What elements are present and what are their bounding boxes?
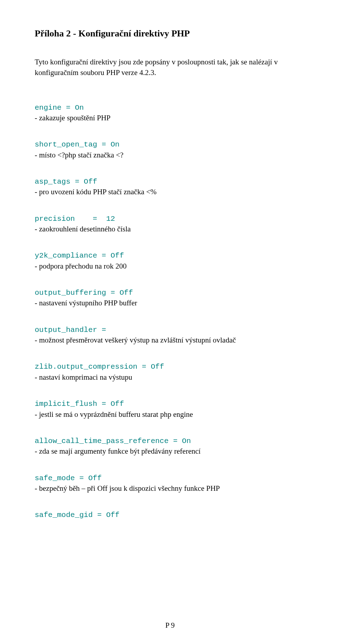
directive-code: output_buffering = Off bbox=[35, 288, 305, 298]
directive-code: safe_mode = Off bbox=[35, 473, 305, 483]
directive-entry: output_handler = - možnost přesměrovat v… bbox=[35, 325, 305, 345]
directive-code: precision = 12 bbox=[35, 214, 305, 224]
document-page: Příloha 2 - Konfigurační direktivy PHP T… bbox=[0, 0, 340, 644]
directive-entry: precision = 12 - zaokrouhlení desetinnéh… bbox=[35, 214, 305, 234]
directive-entry: safe_mode_gid = Off bbox=[35, 510, 305, 520]
directive-desc: - místo <?php stačí značka <? bbox=[35, 150, 305, 160]
directive-entry: implicit_flush = Off - jestli se má o vy… bbox=[35, 399, 305, 419]
directive-entry: safe_mode = Off - bezpečný běh – při Off… bbox=[35, 473, 305, 494]
directive-desc: - zda se mají argumenty funkce být předá… bbox=[35, 446, 305, 456]
directive-code: implicit_flush = Off bbox=[35, 399, 305, 409]
directive-desc: - nastavení výstupního PHP buffer bbox=[35, 298, 305, 308]
directive-desc: - jestli se má o vyprázdnění bufferu sta… bbox=[35, 409, 305, 419]
directive-desc: - pro uvození kódu PHP stačí značka <% bbox=[35, 187, 305, 197]
directive-code: engine = On bbox=[35, 103, 305, 113]
directive-entry: allow_call_time_pass_reference = On - zd… bbox=[35, 436, 305, 456]
directive-entry: output_buffering = Off - nastavení výstu… bbox=[35, 288, 305, 308]
directive-entry: zlib.output_compression = Off - nastaví … bbox=[35, 362, 305, 382]
directive-code: y2k_compliance = Off bbox=[35, 251, 305, 261]
directive-code: safe_mode_gid = Off bbox=[35, 510, 305, 520]
directive-desc: - možnost přesměrovat veškerý výstup na … bbox=[35, 335, 305, 345]
directive-code: asp_tags = Off bbox=[35, 177, 305, 187]
directive-desc: - zaokrouhlení desetinného čísla bbox=[35, 224, 305, 234]
intro-paragraph: Tyto konfigurační direktivy jsou zde pop… bbox=[35, 57, 305, 78]
directive-code: output_handler = bbox=[35, 325, 305, 335]
page-number: P 9 bbox=[0, 621, 340, 630]
directive-desc: - podpora přechodu na rok 200 bbox=[35, 261, 305, 271]
directive-desc: - nastaví komprimaci na výstupu bbox=[35, 372, 305, 382]
directive-desc: - bezpečný běh – při Off jsou k dispozic… bbox=[35, 483, 305, 493]
page-title: Příloha 2 - Konfigurační direktivy PHP bbox=[35, 28, 305, 40]
directive-desc: - zakazuje spouštění PHP bbox=[35, 113, 305, 123]
directive-entry: short_open_tag = On - místo <?php stačí … bbox=[35, 140, 305, 160]
directive-entry: asp_tags = Off - pro uvození kódu PHP st… bbox=[35, 177, 305, 197]
directive-code: short_open_tag = On bbox=[35, 140, 305, 150]
directive-entry: y2k_compliance = Off - podpora přechodu … bbox=[35, 251, 305, 271]
directive-entry: engine = On - zakazuje spouštění PHP bbox=[35, 103, 305, 123]
directive-code: allow_call_time_pass_reference = On bbox=[35, 436, 305, 446]
directive-code: zlib.output_compression = Off bbox=[35, 362, 305, 372]
